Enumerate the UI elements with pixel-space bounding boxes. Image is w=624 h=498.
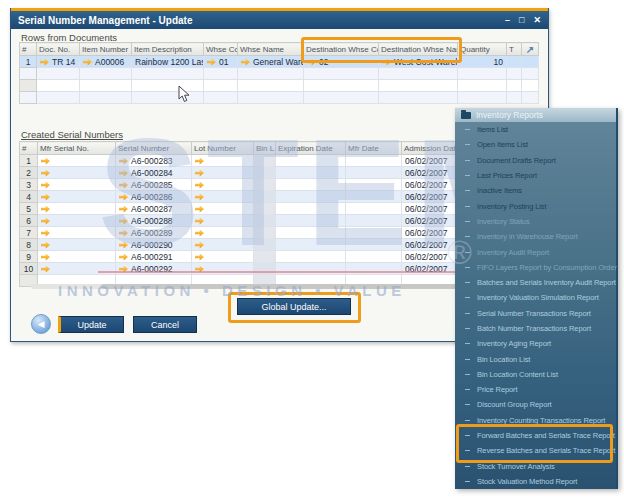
serial-number-cell[interactable]: A6-000283 [116,155,192,167]
link-arrow-icon[interactable] [41,230,50,237]
menu-item[interactable]: Inventory Aging Report [455,336,616,351]
serial-number-cell[interactable]: A6-000288 [116,215,192,227]
link-arrow-icon[interactable] [41,182,50,189]
link-arrow-icon[interactable] [195,242,204,249]
t-cell[interactable] [507,56,522,68]
link-arrow-icon[interactable] [41,242,50,249]
mfr-date-cell[interactable] [346,251,402,263]
menu-item[interactable]: Stock Valuation Method Report [455,474,616,489]
mfr-serial-cell[interactable] [38,191,116,203]
link-arrow-icon[interactable] [195,182,204,189]
mfr-date-cell[interactable] [346,155,402,167]
serial-number-cell[interactable]: A6-000292 [116,263,192,275]
expiration-date-cell[interactable] [276,179,346,191]
link-arrow-icon[interactable] [195,158,204,165]
quantity-cell[interactable]: 10 [458,56,507,68]
menu-item[interactable]: Stock Turnover Analysis [455,459,616,474]
dest-whse-code-cell[interactable]: 02 [304,56,379,68]
document-row[interactable]: 1 TR 14 A00006 Rainbow 1200 Laser 01 Gen… [20,56,539,68]
window-titlebar[interactable]: Serial Number Management - Update – □ ✕ [11,11,548,29]
link-arrow-icon[interactable] [307,59,316,66]
link-arrow-icon[interactable] [195,206,204,213]
mfr-date-cell[interactable] [346,179,402,191]
link-arrow-icon[interactable] [119,230,128,237]
mfr-serial-cell[interactable] [38,179,116,191]
menu-item[interactable]: Discount Group Report [455,397,616,412]
mfr-serial-cell[interactable] [38,155,116,167]
lot-number-cell[interactable] [192,215,254,227]
link-arrow-icon[interactable] [40,59,49,66]
expiration-date-cell[interactable] [276,215,346,227]
expiration-date-cell[interactable] [276,203,346,215]
mfr-serial-cell[interactable] [38,167,116,179]
menu-item[interactable]: Bin Location Content List [455,367,616,382]
menu-header-inventory-reports[interactable]: Inventory Reports [455,108,616,122]
lot-number-cell[interactable] [192,167,254,179]
lot-number-cell[interactable] [192,227,254,239]
menu-item[interactable]: Inventory Posting List [455,198,616,213]
link-arrow-icon[interactable] [241,59,250,66]
whse-name-cell[interactable]: General Warehouse [238,56,304,68]
serial-number-cell[interactable]: A6-000284 [116,167,192,179]
link-arrow-icon[interactable] [41,194,50,201]
lot-number-cell[interactable] [192,191,254,203]
item-description-cell[interactable]: Rainbow 1200 Laser [132,56,204,68]
lot-number-cell[interactable] [192,239,254,251]
lot-number-cell[interactable] [192,203,254,215]
global-update-button[interactable]: Global Update... [237,298,351,315]
maximize-button[interactable]: □ [519,15,524,25]
expand-grid-icon[interactable]: ↗ [522,43,539,56]
mfr-date-cell[interactable] [346,263,402,275]
minimize-button[interactable]: – [505,15,510,25]
lot-number-cell[interactable] [192,251,254,263]
link-arrow-icon[interactable] [119,158,128,165]
mfr-serial-cell[interactable] [38,251,116,263]
link-arrow-icon[interactable] [119,170,128,177]
serial-number-cell[interactable]: A6-000287 [116,203,192,215]
link-arrow-icon[interactable] [83,59,92,66]
link-arrow-icon[interactable] [382,59,391,66]
expiration-date-cell[interactable] [276,191,346,203]
link-arrow-icon[interactable] [195,194,204,201]
serial-number-cell[interactable]: A6-000289 [116,227,192,239]
link-arrow-icon[interactable] [41,206,50,213]
mfr-serial-cell[interactable] [38,263,116,275]
lot-number-cell[interactable] [192,263,254,275]
expiration-date-cell[interactable] [276,239,346,251]
link-arrow-icon[interactable] [195,230,204,237]
menu-item[interactable]: Inventory in Warehouse Report [455,229,616,244]
link-arrow-icon[interactable] [119,206,128,213]
link-arrow-icon[interactable] [41,170,50,177]
mfr-date-cell[interactable] [346,215,402,227]
mfr-serial-cell[interactable] [38,227,116,239]
scrollbar-thumb[interactable] [101,284,464,289]
link-arrow-icon[interactable] [195,254,204,261]
empty-row[interactable] [20,68,539,80]
item-number-cell[interactable]: A00006 [80,56,132,68]
link-arrow-icon[interactable] [119,182,128,189]
menu-item[interactable]: Inactive Items [455,183,616,198]
back-button[interactable]: ◀ [31,314,51,334]
menu-item[interactable]: Batches and Serials Inventory Audit Repo… [455,275,616,290]
link-arrow-icon[interactable] [41,254,50,261]
mfr-date-cell[interactable] [346,239,402,251]
menu-item[interactable]: Serial Number Transactions Report [455,306,616,321]
menu-item[interactable]: Batch Number Transactions Report [455,321,616,336]
menu-item[interactable]: Price Report [455,382,616,397]
expiration-date-cell[interactable] [276,251,346,263]
link-arrow-icon[interactable] [41,158,50,165]
expiration-date-cell[interactable] [276,155,346,167]
serial-number-cell[interactable]: A6-000291 [116,251,192,263]
link-arrow-icon[interactable] [207,59,216,66]
menu-item[interactable]: Inventory Status [455,214,616,229]
menu-item[interactable]: Document Drafts Report [455,153,616,168]
update-button[interactable]: Update [58,316,124,333]
expiration-date-cell[interactable] [276,167,346,179]
lot-number-cell[interactable] [192,179,254,191]
expiration-date-cell[interactable] [276,227,346,239]
horizontal-scrollbar[interactable] [31,284,466,289]
link-arrow-icon[interactable] [119,242,128,249]
mfr-date-cell[interactable] [346,167,402,179]
serial-number-cell[interactable]: A6-000286 [116,191,192,203]
dest-whse-name-cell[interactable]: West Cost Warehouse [379,56,458,68]
